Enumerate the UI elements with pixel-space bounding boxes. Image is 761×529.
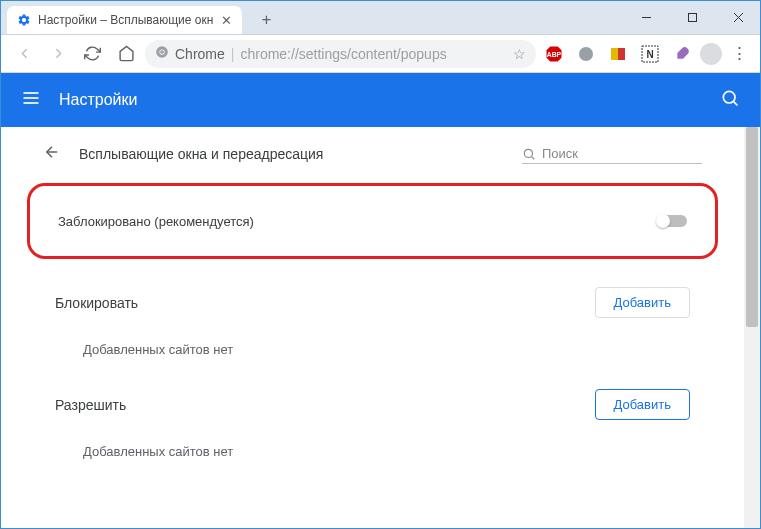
extension-feather-icon[interactable] [671, 43, 693, 65]
address-bar: Chrome | chrome://settings/content/popup… [1, 35, 760, 73]
extension-n-icon[interactable]: N [639, 43, 661, 65]
window-controls [623, 0, 761, 34]
maximize-button[interactable] [669, 3, 715, 31]
blocked-toggle[interactable] [657, 215, 687, 227]
close-window-button[interactable] [715, 3, 761, 31]
section-title: Всплывающие окна и переадресация [79, 146, 323, 162]
block-add-button[interactable]: Добавить [595, 287, 690, 318]
scroll-thumb[interactable] [746, 127, 758, 327]
allow-empty-text: Добавленных сайтов нет [13, 430, 732, 481]
svg-text:N: N [646, 49, 653, 60]
block-section-title: Блокировать [55, 295, 138, 311]
section-header: Всплывающие окна и переадресация Поиск [13, 127, 732, 175]
new-tab-button[interactable]: + [252, 6, 280, 34]
tab-title: Настройки – Всплывающие окн [38, 13, 213, 27]
search-icon [522, 147, 536, 161]
toggle-knob [656, 214, 670, 228]
svg-text:ABP: ABP [547, 51, 562, 58]
omnibox[interactable]: Chrome | chrome://settings/content/popup… [145, 40, 536, 68]
extension-gray-icon[interactable] [575, 43, 597, 65]
profile-avatar[interactable] [700, 43, 722, 65]
svg-point-9 [579, 47, 593, 61]
browser-menu-button[interactable]: ⋮ [726, 43, 752, 64]
settings-gear-icon [17, 13, 31, 27]
close-tab-icon[interactable]: ✕ [213, 13, 232, 28]
url-scheme-label: Chrome [175, 46, 225, 62]
nav-forward-button[interactable] [43, 39, 73, 69]
blocked-toggle-label: Заблокировано (рекомендуется) [58, 214, 254, 229]
svg-rect-1 [688, 13, 696, 21]
allow-section-header: Разрешить Добавить [13, 379, 732, 430]
url-divider: | [231, 46, 235, 62]
svg-point-6 [160, 50, 164, 54]
nav-back-button[interactable] [9, 39, 39, 69]
browser-tab[interactable]: Настройки – Всплывающие окн ✕ [7, 6, 242, 34]
allow-section-title: Разрешить [55, 397, 126, 413]
back-arrow-icon[interactable] [43, 143, 61, 165]
home-button[interactable] [111, 39, 141, 69]
vertical-scrollbar[interactable] [744, 127, 760, 528]
svg-point-17 [723, 91, 735, 103]
settings-header: Настройки [1, 73, 760, 127]
block-section-header: Блокировать Добавить [13, 277, 732, 328]
chrome-logo-icon [155, 45, 169, 62]
block-empty-text: Добавленных сайтов нет [13, 328, 732, 379]
adblock-extension-icon[interactable]: ABP [543, 43, 565, 65]
url-path: chrome://settings/content/popups [240, 46, 446, 62]
hamburger-menu-icon[interactable] [21, 88, 41, 112]
search-placeholder: Поиск [542, 146, 578, 161]
svg-rect-11 [618, 48, 625, 60]
tab-bar: Настройки – Всплывающие окн ✕ + [1, 1, 760, 35]
svg-rect-10 [611, 48, 618, 60]
bookmark-star-icon[interactable]: ☆ [513, 46, 526, 62]
header-search-icon[interactable] [720, 88, 740, 112]
header-title: Настройки [59, 91, 137, 109]
content-area: Всплывающие окна и переадресация Поиск З… [1, 127, 760, 528]
section-search-input[interactable]: Поиск [522, 144, 702, 164]
extension-yandex-icon[interactable] [607, 43, 629, 65]
svg-line-21 [532, 156, 535, 159]
blocked-toggle-row: Заблокировано (рекомендуется) [27, 183, 718, 259]
svg-line-18 [734, 102, 738, 106]
svg-point-20 [524, 149, 532, 157]
reload-button[interactable] [77, 39, 107, 69]
allow-add-button[interactable]: Добавить [595, 389, 690, 420]
minimize-button[interactable] [623, 3, 669, 31]
